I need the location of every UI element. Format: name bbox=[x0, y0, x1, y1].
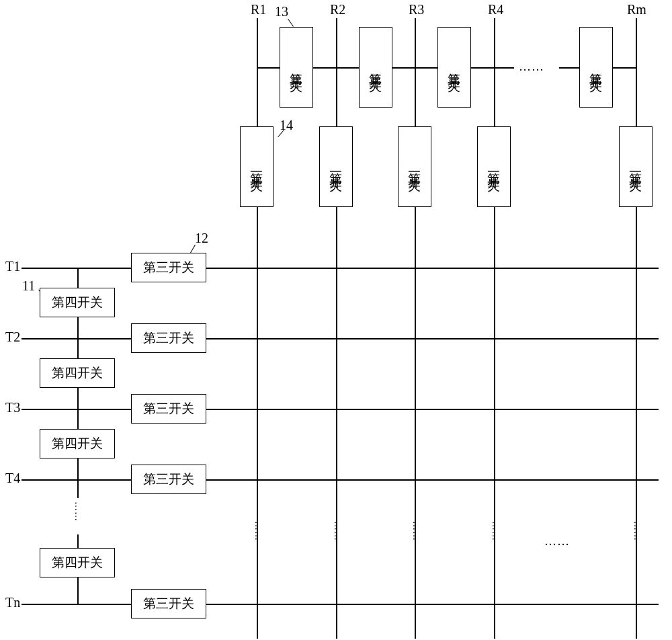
bus-seg-1a bbox=[257, 67, 280, 69]
row-T3-b bbox=[206, 409, 659, 410]
col-Rm-mid1 bbox=[636, 67, 637, 126]
ellipsis-col-R2: …… bbox=[332, 521, 343, 541]
row-T2-b bbox=[206, 338, 659, 339]
switch4-T1T2: 第四开关 bbox=[40, 288, 115, 317]
col-R1-main bbox=[257, 207, 258, 639]
col-R3-mid1 bbox=[415, 67, 416, 126]
switch1-R1: 第一开关 bbox=[240, 126, 274, 207]
vbus-1a bbox=[77, 268, 79, 288]
bus-seg-2b bbox=[392, 67, 415, 69]
ellipsis-bus-top: …… bbox=[519, 60, 544, 74]
col-R2-mid1 bbox=[336, 67, 337, 126]
col-R1-mid1 bbox=[257, 67, 258, 126]
bus-seg-4a bbox=[494, 67, 514, 69]
switch3-T1: 第三开关 bbox=[131, 253, 206, 282]
label-T1: T1 bbox=[5, 259, 20, 274]
label-R1: R1 bbox=[251, 2, 266, 17]
row-T1-a bbox=[22, 268, 131, 269]
switch3-T3: 第三开关 bbox=[131, 394, 206, 424]
vbus-2b bbox=[77, 388, 79, 409]
diagram-canvas: R1 R2 R3 R4 Rm 13 第二开关 第二开关 第二开关 第二开关 ……… bbox=[0, 0, 672, 640]
ref-13: 13 bbox=[275, 4, 288, 19]
vbus-1b bbox=[77, 317, 79, 338]
col-Rm-top bbox=[636, 18, 637, 67]
switch4-Tn: 第四开关 bbox=[40, 548, 115, 577]
vbus-3b bbox=[77, 458, 79, 479]
switch3-T4: 第三开关 bbox=[131, 465, 206, 494]
ref-11: 11 bbox=[22, 278, 35, 294]
switch4-T2T3: 第四开关 bbox=[40, 358, 115, 388]
ref-12: 12 bbox=[195, 231, 208, 246]
ellipsis-vbus: …… bbox=[73, 502, 83, 522]
bus-seg-1b bbox=[313, 67, 336, 69]
ellipsis-col-R1: …… bbox=[253, 521, 263, 541]
bus-seg-3a bbox=[415, 67, 437, 69]
vbus-4b bbox=[77, 577, 79, 604]
lead-line-13 bbox=[288, 19, 294, 27]
col-R1-top bbox=[257, 18, 258, 67]
label-T3: T3 bbox=[5, 400, 20, 415]
switch2-Rm: 第二开关 bbox=[579, 27, 613, 108]
switch1-R3: 第一开关 bbox=[398, 126, 431, 207]
switch3-Tn: 第三开关 bbox=[131, 589, 206, 618]
label-R2: R2 bbox=[330, 2, 345, 17]
label-T4: T4 bbox=[5, 471, 20, 486]
label-Rm: Rm bbox=[627, 2, 646, 17]
bus-seg-5a bbox=[559, 67, 579, 69]
ellipsis-col-R3: …… bbox=[411, 521, 421, 541]
label-Tn: Tn bbox=[5, 595, 20, 610]
row-T1-b bbox=[206, 268, 659, 269]
vbus-3a bbox=[77, 409, 79, 429]
row-T2-a bbox=[22, 338, 131, 339]
col-R4-main bbox=[494, 207, 495, 639]
switch2-R2R3: 第二开关 bbox=[359, 27, 392, 108]
vbus-4a bbox=[77, 479, 79, 498]
vbus-2a bbox=[77, 338, 79, 358]
col-R4-mid1 bbox=[494, 67, 495, 126]
row-T4-b bbox=[206, 479, 659, 481]
label-T2: T2 bbox=[5, 329, 20, 345]
label-R3: R3 bbox=[409, 2, 424, 17]
switch1-Rm: 第一开关 bbox=[619, 126, 653, 207]
ellipsis-grid-h: …… bbox=[544, 534, 570, 549]
row-T4-a bbox=[22, 479, 131, 481]
switch1-R2: 第一开关 bbox=[319, 126, 353, 207]
col-R4-top bbox=[494, 18, 495, 67]
col-R2-top bbox=[336, 18, 337, 67]
vbus-4c bbox=[77, 534, 79, 548]
switch4-T3T4: 第四开关 bbox=[40, 429, 115, 458]
label-R4: R4 bbox=[488, 2, 503, 17]
switch1-R4: 第一开关 bbox=[477, 126, 511, 207]
row-T3-a bbox=[22, 409, 131, 410]
col-R2-main bbox=[336, 207, 337, 639]
bus-seg-3b bbox=[471, 67, 494, 69]
col-R3-main bbox=[415, 207, 416, 639]
switch2-R1R2: 第二开关 bbox=[280, 27, 313, 108]
col-R3-top bbox=[415, 18, 416, 67]
row-Tn-b bbox=[206, 604, 659, 605]
bus-seg-2a bbox=[336, 67, 359, 69]
ellipsis-col-R4: …… bbox=[490, 521, 501, 541]
row-Tn-a bbox=[22, 604, 131, 605]
bus-seg-5b bbox=[613, 67, 636, 69]
ellipsis-col-Rm: …… bbox=[632, 521, 642, 541]
switch2-R3R4: 第二开关 bbox=[437, 27, 471, 108]
col-Rm-main bbox=[636, 207, 637, 639]
switch3-T2: 第三开关 bbox=[131, 323, 206, 353]
